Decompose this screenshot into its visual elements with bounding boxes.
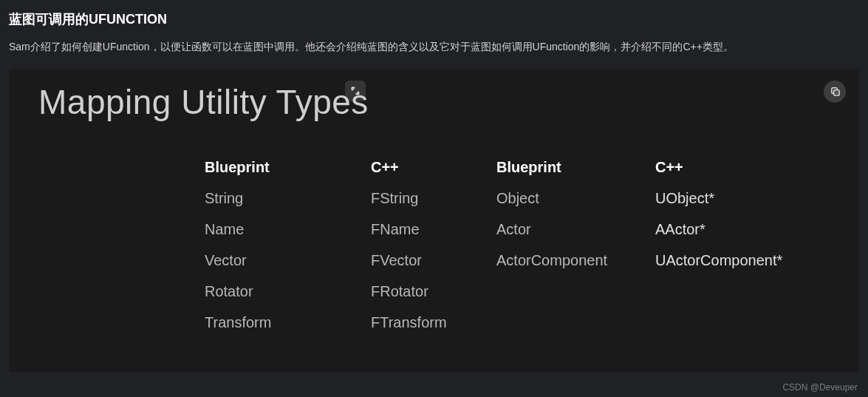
slide: Mapping Utility Types Blueprint String N… bbox=[9, 69, 859, 372]
page-description: Sam介绍了如何创建UFunction，以便让函数可以在蓝图中调用。他还会介绍纯… bbox=[9, 37, 844, 57]
table-cell: FRotator bbox=[371, 282, 496, 300]
table-cell: Object bbox=[496, 189, 655, 207]
table-cell: FString bbox=[371, 189, 496, 207]
col-header-bp2: Blueprint bbox=[496, 159, 655, 176]
col-header-cpp1: C++ bbox=[371, 159, 496, 176]
table-cell: ActorComponent bbox=[496, 251, 655, 269]
col-header-cpp2: C++ bbox=[655, 159, 833, 176]
page-title: 蓝图可调用的UFUNCTION bbox=[9, 10, 859, 28]
col-header-bp1: Blueprint bbox=[205, 159, 371, 176]
table-cell: AActor* bbox=[655, 220, 833, 238]
table-cell: FVector bbox=[371, 251, 496, 269]
slide-title: Mapping Utility Types bbox=[38, 82, 830, 122]
table-cell: Name bbox=[205, 220, 371, 238]
table-cell: String bbox=[205, 189, 371, 207]
table-cell: UActorComponent* bbox=[655, 251, 833, 269]
table-cell: FName bbox=[371, 220, 496, 238]
svg-rect-3 bbox=[833, 90, 839, 96]
table-cell: FTransform bbox=[371, 313, 496, 331]
table-cell: Vector bbox=[205, 251, 371, 269]
table-cell: UObject* bbox=[655, 189, 833, 207]
table-cell: Actor bbox=[496, 220, 655, 238]
watermark: CSDN @Deveuper bbox=[782, 382, 858, 393]
table-cell: Transform bbox=[205, 313, 371, 331]
table-cell: Rotator bbox=[205, 282, 371, 300]
mapping-table: Blueprint String Name Vector Rotator Tra… bbox=[205, 159, 830, 345]
